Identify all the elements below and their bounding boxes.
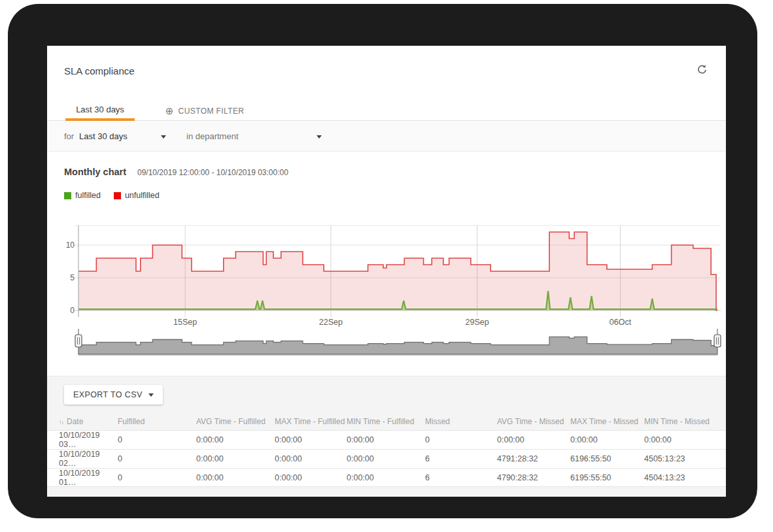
x-tick-label: 06Oct xyxy=(610,318,632,327)
column-header[interactable]: MAX Time - Fulfilled xyxy=(275,417,347,426)
table-cell: 0 xyxy=(118,435,196,444)
refresh-icon[interactable] xyxy=(696,64,708,78)
sla-compliance-panel: SLA compliance Last 30 days ⊕ CUSTOM FIL… xyxy=(47,46,726,497)
table-cell: 6196:55:50 xyxy=(570,454,644,463)
table-cell: 4504:13:23 xyxy=(644,473,726,482)
column-header[interactable]: Fulfilled xyxy=(118,417,196,426)
table-cell: 10/10/2019 01… xyxy=(59,469,118,487)
table-row[interactable]: 10/10/2019 02…00:00:000:00:000:00:006479… xyxy=(47,449,726,468)
tab-bar: Last 30 days ⊕ CUSTOM FILTER xyxy=(47,101,726,121)
legend-swatch xyxy=(64,192,71,199)
department-caret-icon[interactable] xyxy=(317,135,322,139)
tab-custom-filter-label: CUSTOM FILTER xyxy=(179,107,245,116)
chart-legend: fulfilledunfulfilled xyxy=(64,191,160,200)
table-cell: 0 xyxy=(425,435,497,444)
table-cell: 0:00:00 xyxy=(644,435,726,444)
legend-item: unfulfilled xyxy=(114,191,160,200)
brush-handle-right[interactable] xyxy=(714,329,721,347)
chart-date-range: 09/10/2019 12:00:00 - 10/10/2019 03:00:0… xyxy=(137,168,288,177)
period-select[interactable]: Last 30 days xyxy=(79,131,128,141)
table-cell: 10/10/2019 03… xyxy=(59,431,118,449)
table-cell: 0:00:00 xyxy=(275,435,347,444)
brush-handle-left[interactable] xyxy=(75,329,82,347)
chart-title: Monthly chart xyxy=(64,167,126,177)
table-header-row: ↑↓DateFulfilledAVG Time - FulfilledMAX T… xyxy=(47,412,726,430)
sort-icon[interactable]: ↑↓ xyxy=(59,419,63,425)
tab-custom-filter[interactable]: ⊕ CUSTOM FILTER xyxy=(146,101,263,121)
table-row[interactable]: 10/10/2019 03…00:00:000:00:000:00:0000:0… xyxy=(47,430,726,449)
table-cell: 0 xyxy=(118,454,196,463)
column-header[interactable]: MIN Time - Fulfilled xyxy=(347,417,425,426)
column-header[interactable]: Missed xyxy=(425,417,497,426)
export-caret-icon xyxy=(148,393,154,397)
table-cell: 0 xyxy=(118,473,196,482)
table-cell: 0:00:00 xyxy=(196,454,275,463)
table-row[interactable]: 10/10/2019 01…00:00:000:00:000:00:006479… xyxy=(47,468,726,487)
legend-label: fulfilled xyxy=(75,191,101,200)
column-header[interactable]: AVG Time - Fulfilled xyxy=(196,417,275,426)
x-tick-label: 15Sep xyxy=(173,318,197,327)
for-label: for xyxy=(64,131,74,141)
table-body: 10/10/2019 03…00:00:000:00:000:00:0000:0… xyxy=(47,430,726,487)
table-cell: 0:00:00 xyxy=(347,473,425,482)
column-header[interactable]: MAX Time - Missed xyxy=(570,417,644,426)
y-tick-label: 10 xyxy=(66,241,75,250)
table-cell: 0:00:00 xyxy=(275,473,347,482)
table-cell: 6195:55:50 xyxy=(570,473,644,482)
legend-label: unfulfilled xyxy=(125,191,160,200)
filter-bar: for Last 30 days in department xyxy=(47,121,726,152)
table-cell: 0:00:00 xyxy=(347,454,425,463)
table-cell: 0:00:00 xyxy=(196,435,275,444)
table-section: EXPORT TO CSV ↑↓DateFulfilledAVG Time - … xyxy=(47,376,726,497)
sla-chart: 051015Sep22Sep29Sep06Oct xyxy=(47,221,726,328)
table-cell: 4791:28:32 xyxy=(497,454,570,463)
table-cell: 0:00:00 xyxy=(497,435,570,444)
period-caret-icon[interactable] xyxy=(161,135,166,139)
table-cell: 10/10/2019 02… xyxy=(59,450,118,468)
x-tick-label: 22Sep xyxy=(319,318,343,327)
chart-brush[interactable] xyxy=(47,328,726,358)
column-header[interactable]: MIN Time - Missed xyxy=(644,417,726,426)
table-cell: 0:00:00 xyxy=(570,435,644,444)
y-tick-label: 5 xyxy=(70,273,75,282)
tab-last-30-days-label: Last 30 days xyxy=(76,105,124,114)
export-to-csv-button[interactable]: EXPORT TO CSV xyxy=(64,385,163,405)
table-cell: 0:00:00 xyxy=(275,454,347,463)
table-cell: 6 xyxy=(425,454,497,463)
table-cell: 4790:28:32 xyxy=(497,473,570,482)
table-cell: 6 xyxy=(425,473,497,482)
export-to-csv-label: EXPORT TO CSV xyxy=(73,390,143,399)
x-tick-label: 29Sep xyxy=(466,318,489,327)
y-tick-label: 0 xyxy=(70,306,75,315)
column-header[interactable]: AVG Time - Missed xyxy=(497,417,570,426)
add-circle-icon: ⊕ xyxy=(165,105,174,117)
column-header[interactable]: ↑↓Date xyxy=(59,417,118,426)
tab-last-30-days[interactable]: Last 30 days xyxy=(65,101,135,121)
department-select[interactable]: in department xyxy=(186,131,239,141)
table-cell: 0:00:00 xyxy=(347,435,425,444)
table-cell: 0:00:00 xyxy=(196,473,275,482)
legend-swatch xyxy=(114,192,121,199)
page-title: SLA compliance xyxy=(64,65,135,76)
legend-item: fulfilled xyxy=(64,191,101,200)
table-cell: 4505:13:23 xyxy=(644,454,726,463)
